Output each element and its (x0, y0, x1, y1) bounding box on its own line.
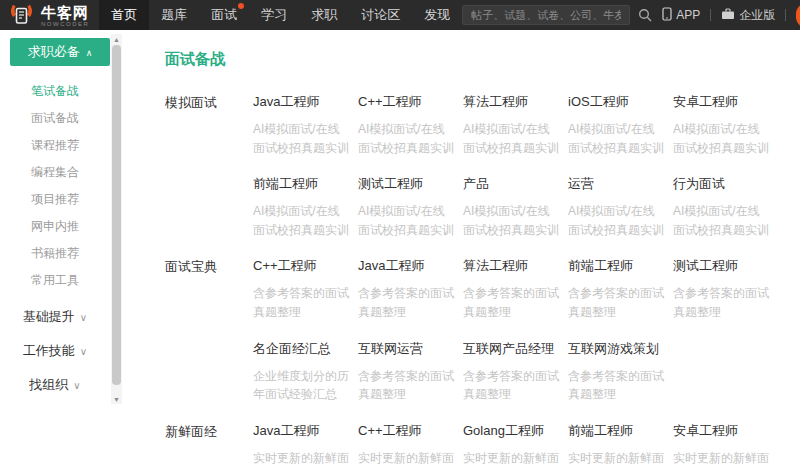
sidebar-item-课程推荐[interactable]: 课程推荐 (0, 132, 110, 159)
category-row: 新鲜面经 Java工程师 实时更新的新鲜面经分享 C++工程师 实时更新的新鲜面… (165, 422, 800, 465)
sidebar-scrollbar[interactable]: ▲ ▼ (111, 34, 122, 404)
category-group-面试宝典: 面试宝典 C++工程师 含参考答案的面试真题整理 Java工程师 含参考答案的面… (165, 257, 800, 403)
sidebar-section-找组织[interactable]: 找组织∨ (0, 368, 110, 402)
app-download-link[interactable]: APP (662, 7, 700, 24)
card-title: 前端工程师 (253, 175, 350, 193)
category-groups: 模拟面试 Java工程师 AI模拟面试/在线面试校招真题实训 C++工程师 AI… (165, 93, 800, 465)
card-title: 互联网产品经理 (463, 340, 560, 358)
logo-title: 牛客网 (41, 5, 89, 20)
nav-item-发现[interactable]: 发现 (412, 0, 462, 30)
scrollbar-thumb[interactable] (112, 45, 121, 385)
nav-item-label: 学习 (261, 6, 287, 24)
nowcoder-logo[interactable]: 牛客网 NOWCODER (0, 0, 99, 30)
category-card-安卓工程师[interactable]: 安卓工程师 实时更新的新鲜面经分享 (673, 422, 778, 465)
card-description: AI模拟面试/在线面试校招真题实训 (463, 120, 560, 157)
category-card-前端工程师[interactable]: 前端工程师 实时更新的新鲜面经分享 (568, 422, 673, 465)
navbar-right: APP 企业版 登录/注册 (662, 0, 800, 30)
category-label: 新鲜面经 (165, 422, 253, 465)
scroll-down-arrow-icon[interactable]: ▼ (111, 394, 122, 404)
category-card-前端工程师[interactable]: 前端工程师 含参考答案的面试真题整理 (568, 257, 673, 321)
chevron-up-icon: ∧ (86, 48, 93, 58)
card-description: 实时更新的新鲜面经分享 (673, 449, 770, 465)
category-card-C++工程师[interactable]: C++工程师 AI模拟面试/在线面试校招真题实训 (358, 93, 463, 157)
scroll-up-arrow-icon[interactable]: ▲ (111, 34, 122, 44)
category-card-Java工程师[interactable]: Java工程师 含参考答案的面试真题整理 (358, 257, 463, 321)
card-title: 产品 (463, 175, 560, 193)
card-title: 互联网游戏策划 (568, 340, 665, 358)
card-description: AI模拟面试/在线面试校招真题实训 (358, 202, 455, 239)
phone-icon (662, 7, 676, 24)
search-icon[interactable] (638, 8, 652, 22)
category-row: 名企面经汇总 企业维度划分的历年面试经验汇总 互联网运营 含参考答案的面试真题整… (165, 340, 800, 404)
category-card-Java工程师[interactable]: Java工程师 实时更新的新鲜面经分享 (253, 422, 358, 465)
card-description: 实时更新的新鲜面经分享 (463, 449, 560, 465)
sidebar-item-网申内推[interactable]: 网申内推 (0, 213, 110, 240)
category-label: 模拟面试 (165, 93, 253, 157)
sidebar-item-项目推荐[interactable]: 项目推荐 (0, 186, 110, 213)
category-card-Java工程师[interactable]: Java工程师 AI模拟面试/在线面试校招真题实训 (253, 93, 358, 157)
card-title: Java工程师 (253, 422, 350, 440)
left-sidebar: 求职必备 ∧ 笔试备战面试备战课程推荐编程集合项目推荐网申内推书籍推荐常用工具 … (0, 30, 125, 465)
category-card-行为面试[interactable]: 行为面试 AI模拟面试/在线面试校招真题实训 (673, 175, 778, 239)
sidebar-item-面试备战[interactable]: 面试备战 (0, 105, 110, 132)
card-description: 含参考答案的面试真题整理 (358, 367, 455, 404)
category-row: 模拟面试 Java工程师 AI模拟面试/在线面试校招真题实训 C++工程师 AI… (165, 93, 800, 157)
category-card-互联网游戏策划[interactable]: 互联网游戏策划 含参考答案的面试真题整理 (568, 340, 673, 404)
nav-item-label: 求职 (311, 6, 337, 24)
card-description: 含参考答案的面试真题整理 (358, 284, 455, 321)
category-card-运营[interactable]: 运营 AI模拟面试/在线面试校招真题实训 (568, 175, 673, 239)
category-card-Golang工程师[interactable]: Golang工程师 实时更新的新鲜面经分享 (463, 422, 568, 465)
sidebar-item-书籍推荐[interactable]: 书籍推荐 (0, 240, 110, 267)
card-description: AI模拟面试/在线面试校招真题实训 (568, 202, 665, 239)
card-description: AI模拟面试/在线面试校招真题实训 (253, 120, 350, 157)
card-title: 运营 (568, 175, 665, 193)
chevron-down-icon: ∨ (73, 380, 80, 391)
category-card-算法工程师[interactable]: 算法工程师 含参考答案的面试真题整理 (463, 257, 568, 321)
category-card-前端工程师[interactable]: 前端工程师 AI模拟面试/在线面试校招真题实训 (253, 175, 358, 239)
sidebar-section-基础提升[interactable]: 基础提升∨ (0, 300, 110, 334)
main-content: 面试备战 模拟面试 Java工程师 AI模拟面试/在线面试校招真题实训 C++工… (125, 30, 800, 465)
nav-item-学习[interactable]: 学习 (249, 0, 299, 30)
category-card-互联网产品经理[interactable]: 互联网产品经理 含参考答案的面试真题整理 (463, 340, 568, 404)
category-card-名企面经汇总[interactable]: 名企面经汇总 企业维度划分的历年面试经验汇总 (253, 340, 358, 404)
divider (785, 9, 786, 21)
sidebar-item-笔试备战[interactable]: 笔试备战 (0, 78, 110, 105)
top-navbar: 牛客网 NOWCODER 首页 题库 面试 学习 求职 讨论区 发现 (0, 0, 800, 30)
nav-item-面试[interactable]: 面试 (199, 0, 249, 30)
sidebar-item-编程集合[interactable]: 编程集合 (0, 159, 110, 186)
category-card-C++工程师[interactable]: C++工程师 含参考答案的面试真题整理 (253, 257, 358, 321)
card-title: Java工程师 (253, 93, 350, 111)
category-label (165, 340, 253, 404)
category-card-互联网运营[interactable]: 互联网运营 含参考答案的面试真题整理 (358, 340, 463, 404)
category-card-产品[interactable]: 产品 AI模拟面试/在线面试校招真题实训 (463, 175, 568, 239)
category-card-C++工程师[interactable]: C++工程师 实时更新的新鲜面经分享 (358, 422, 463, 465)
card-title: iOS工程师 (568, 93, 665, 111)
card-description: AI模拟面试/在线面试校招真题实训 (358, 120, 455, 157)
sidebar-header-job-essentials[interactable]: 求职必备 ∧ (10, 38, 110, 66)
divider (710, 9, 711, 21)
category-card-算法工程师[interactable]: 算法工程师 AI模拟面试/在线面试校招真题实训 (463, 93, 568, 157)
login-register-button[interactable]: 登录/注册 (796, 3, 800, 28)
search-input[interactable] (462, 5, 630, 25)
card-title: 算法工程师 (463, 93, 560, 111)
card-title: 互联网运营 (358, 340, 455, 358)
nav-item-求职[interactable]: 求职 (299, 0, 349, 30)
briefcase-icon (721, 8, 739, 23)
nav-item-题库[interactable]: 题库 (149, 0, 199, 30)
card-title: C++工程师 (358, 422, 455, 440)
category-card-iOS工程师[interactable]: iOS工程师 AI模拟面试/在线面试校招真题实训 (568, 93, 673, 157)
card-description: 含参考答案的面试真题整理 (673, 284, 770, 321)
card-description: 实时更新的新鲜面经分享 (568, 449, 665, 465)
category-card-安卓工程师[interactable]: 安卓工程师 AI模拟面试/在线面试校招真题实训 (673, 93, 778, 157)
enterprise-label: 企业版 (739, 7, 775, 24)
card-description: AI模拟面试/在线面试校招真题实训 (568, 120, 665, 157)
sidebar-section-工作技能[interactable]: 工作技能∨ (0, 334, 110, 368)
category-row: 前端工程师 AI模拟面试/在线面试校招真题实训 测试工程师 AI模拟面试/在线面… (165, 175, 800, 239)
nav-item-首页[interactable]: 首页 (99, 0, 149, 30)
nav-item-讨论区[interactable]: 讨论区 (349, 0, 412, 30)
sidebar-header-label: 求职必备 (28, 43, 80, 61)
category-card-测试工程师[interactable]: 测试工程师 含参考答案的面试真题整理 (673, 257, 778, 321)
sidebar-item-常用工具[interactable]: 常用工具 (0, 267, 110, 294)
category-card-测试工程师[interactable]: 测试工程师 AI模拟面试/在线面试校招真题实训 (358, 175, 463, 239)
enterprise-link[interactable]: 企业版 (721, 7, 775, 24)
